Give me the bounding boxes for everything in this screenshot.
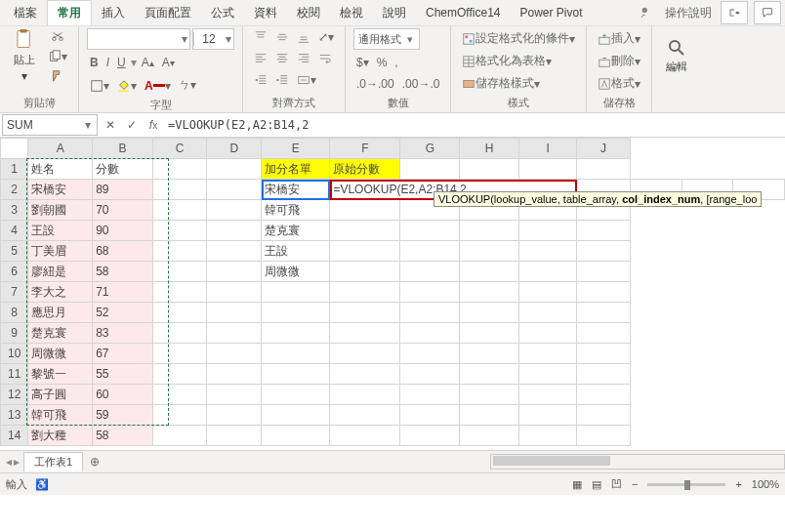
cell-H1[interactable]: [460, 159, 519, 180]
cell-J9[interactable]: [577, 323, 631, 344]
format-painter-button[interactable]: [45, 67, 70, 85]
cell-F11[interactable]: [330, 364, 400, 385]
bold-button[interactable]: B: [87, 54, 102, 71]
cell-D4[interactable]: [207, 221, 262, 241]
align-left-button[interactable]: [251, 50, 270, 67]
conditional-format-button[interactable]: 設定格式化的條件▾: [459, 28, 578, 49]
cell-F12[interactable]: [330, 385, 400, 405]
cell-F13[interactable]: [330, 405, 400, 426]
comma-button[interactable]: ,: [392, 54, 400, 71]
cell-F3[interactable]: [330, 200, 400, 221]
tab-chemoffice[interactable]: ChemOffice14: [416, 2, 510, 23]
row-header-1[interactable]: 1: [1, 159, 28, 180]
cell-D12[interactable]: [207, 385, 262, 405]
cell-E2[interactable]: 宋橋安: [262, 180, 330, 200]
cell-E8[interactable]: [262, 303, 330, 323]
orientation-button[interactable]: ⤢▾: [315, 28, 337, 46]
cell-C9[interactable]: [152, 323, 207, 344]
cell-H11[interactable]: [460, 364, 519, 385]
cell-C4[interactable]: [152, 221, 207, 241]
tab-powerpivot[interactable]: Power Pivot: [510, 2, 592, 23]
horizontal-scrollbar[interactable]: [490, 454, 785, 470]
cell-B11[interactable]: 55: [93, 364, 152, 385]
merge-button[interactable]: ▾: [294, 71, 319, 89]
row-header-4[interactable]: 4: [1, 221, 28, 241]
cell-G1[interactable]: [400, 159, 460, 180]
cut-button[interactable]: [45, 28, 70, 46]
cell-I5[interactable]: [519, 241, 577, 262]
insert-cells-button[interactable]: 插入▾: [595, 28, 643, 49]
align-center-button[interactable]: [272, 50, 292, 67]
share-button[interactable]: [721, 1, 748, 24]
cell-I8[interactable]: [519, 303, 577, 323]
underline-button[interactable]: U: [114, 54, 129, 71]
border-button[interactable]: ▾: [87, 77, 112, 95]
cell-C5[interactable]: [152, 241, 207, 262]
cell-D2[interactable]: [207, 180, 262, 200]
tell-me-label[interactable]: 操作說明: [662, 3, 715, 23]
cell-G12[interactable]: [400, 385, 460, 405]
cell-F7[interactable]: [330, 282, 400, 303]
align-bottom-button[interactable]: [294, 28, 313, 46]
cell-B7[interactable]: 71: [93, 282, 152, 303]
cell-J11[interactable]: [577, 364, 631, 385]
cell-styles-button[interactable]: 儲存格樣式▾: [459, 73, 543, 94]
cell-E4[interactable]: 楚克寰: [262, 221, 330, 241]
cell-A8[interactable]: 應思月: [28, 303, 93, 323]
italic-button[interactable]: I: [103, 54, 112, 71]
cell-G10[interactable]: [400, 344, 460, 364]
cell-I12[interactable]: [519, 385, 577, 405]
wrap-text-button[interactable]: [315, 50, 335, 67]
add-sheet-button[interactable]: ⊕: [87, 453, 103, 471]
cell-C3[interactable]: [152, 200, 207, 221]
select-all-corner[interactable]: [1, 139, 28, 159]
cell-J8[interactable]: [577, 303, 631, 323]
cell-A7[interactable]: 李大之: [28, 282, 93, 303]
view-pagebreak-icon[interactable]: 凹: [611, 477, 622, 492]
cell-A2[interactable]: 宋橋安: [28, 180, 93, 200]
row-header-6[interactable]: 6: [1, 262, 28, 282]
cell-F5[interactable]: [330, 241, 400, 262]
format-as-table-button[interactable]: 格式化為表格▾: [459, 51, 555, 71]
cell-B5[interactable]: 68: [93, 241, 152, 262]
cell-I7[interactable]: [519, 282, 577, 303]
cell-C8[interactable]: [152, 303, 207, 323]
cell-C10[interactable]: [152, 344, 207, 364]
cell-B9[interactable]: 83: [93, 323, 152, 344]
tab-view[interactable]: 檢視: [330, 1, 373, 25]
cell-C12[interactable]: [152, 385, 207, 405]
cell-H12[interactable]: [460, 385, 519, 405]
cell-H6[interactable]: [460, 262, 519, 282]
cell-A11[interactable]: 黎號一: [28, 364, 93, 385]
cell-B3[interactable]: 70: [93, 200, 152, 221]
paste-button[interactable]: 貼上 ▾: [8, 28, 41, 83]
row-header-10[interactable]: 10: [1, 344, 28, 364]
tab-formulas[interactable]: 公式: [201, 1, 244, 25]
cell-D10[interactable]: [207, 344, 262, 364]
cell-E3[interactable]: 韓可飛: [262, 200, 330, 221]
cell-C11[interactable]: [152, 364, 207, 385]
col-header-G[interactable]: G: [400, 139, 460, 159]
zoom-out-button[interactable]: −: [632, 478, 638, 490]
cell-F1[interactable]: 原始分數: [330, 159, 400, 180]
cell-C1[interactable]: [152, 159, 207, 180]
cell-B10[interactable]: 67: [93, 344, 152, 364]
cell-H5[interactable]: [460, 241, 519, 262]
cell-E1[interactable]: 加分名單: [262, 159, 330, 180]
cell-H14[interactable]: [460, 426, 519, 446]
cell-C2[interactable]: [152, 180, 207, 200]
zoom-slider[interactable]: [647, 483, 725, 486]
cell-H8[interactable]: [460, 303, 519, 323]
align-middle-button[interactable]: [272, 28, 292, 46]
cell-A6[interactable]: 廖紐是: [28, 262, 93, 282]
cell-A4[interactable]: 王設: [28, 221, 93, 241]
tab-home[interactable]: 常用: [47, 0, 92, 25]
cell-F14[interactable]: [330, 426, 400, 446]
zoom-in-button[interactable]: +: [735, 478, 741, 490]
cell-H7[interactable]: [460, 282, 519, 303]
tab-data[interactable]: 資料: [244, 1, 287, 25]
row-header-13[interactable]: 13: [1, 405, 28, 426]
cell-I14[interactable]: [519, 426, 577, 446]
cell-J7[interactable]: [577, 282, 631, 303]
cell-A1[interactable]: 姓名: [28, 159, 93, 180]
